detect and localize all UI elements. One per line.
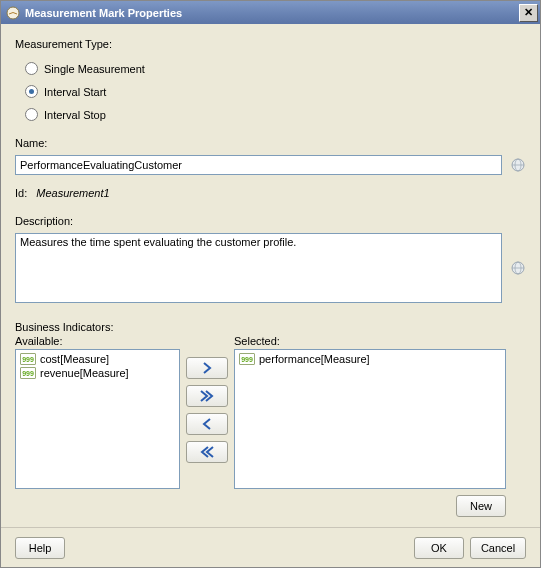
globe-icon[interactable] xyxy=(510,157,526,173)
radio-label: Interval Start xyxy=(44,86,106,98)
list-item-label: performance[Measure] xyxy=(259,353,370,365)
description-input[interactable] xyxy=(15,233,502,303)
measure-icon: 999 xyxy=(20,353,36,365)
move-right-button[interactable] xyxy=(186,357,228,379)
radio-icon xyxy=(25,85,38,98)
help-button[interactable]: Help xyxy=(15,537,65,559)
move-all-right-button[interactable] xyxy=(186,385,228,407)
id-value: Measurement1 xyxy=(36,187,109,199)
window-title: Measurement Mark Properties xyxy=(25,7,519,19)
radio-icon xyxy=(25,62,38,75)
available-label: Available: xyxy=(15,335,180,347)
description-label: Description: xyxy=(15,215,526,227)
id-label: Id: xyxy=(15,187,27,199)
cancel-button[interactable]: Cancel xyxy=(470,537,526,559)
globe-icon[interactable] xyxy=(510,260,526,276)
radio-interval-stop[interactable]: Interval Stop xyxy=(25,108,526,121)
available-listbox[interactable]: 999 cost[Measure] 999 revenue[Measure] xyxy=(15,349,180,489)
move-all-left-button[interactable] xyxy=(186,441,228,463)
new-button[interactable]: New xyxy=(456,495,506,517)
list-item-label: revenue[Measure] xyxy=(40,367,129,379)
move-left-button[interactable] xyxy=(186,413,228,435)
close-button[interactable]: ✕ xyxy=(519,4,538,22)
radio-label: Interval Stop xyxy=(44,109,106,121)
measure-icon: 999 xyxy=(239,353,255,365)
name-label: Name: xyxy=(15,137,526,149)
selected-listbox[interactable]: 999 performance[Measure] xyxy=(234,349,506,489)
radio-single-measurement[interactable]: Single Measurement xyxy=(25,62,526,75)
radio-label: Single Measurement xyxy=(44,63,145,75)
ok-button[interactable]: OK xyxy=(414,537,464,559)
measurement-type-label: Measurement Type: xyxy=(15,38,526,50)
list-item[interactable]: 999 cost[Measure] xyxy=(18,352,177,366)
radio-icon xyxy=(25,108,38,121)
measure-icon: 999 xyxy=(20,367,36,379)
selected-label: Selected: xyxy=(234,335,506,347)
list-item[interactable]: 999 performance[Measure] xyxy=(237,352,503,366)
name-input[interactable] xyxy=(15,155,502,175)
radio-interval-start[interactable]: Interval Start xyxy=(25,85,526,98)
list-item[interactable]: 999 revenue[Measure] xyxy=(18,366,177,380)
list-item-label: cost[Measure] xyxy=(40,353,109,365)
business-indicators-label: Business Indicators: xyxy=(15,321,526,333)
app-icon xyxy=(5,5,21,21)
